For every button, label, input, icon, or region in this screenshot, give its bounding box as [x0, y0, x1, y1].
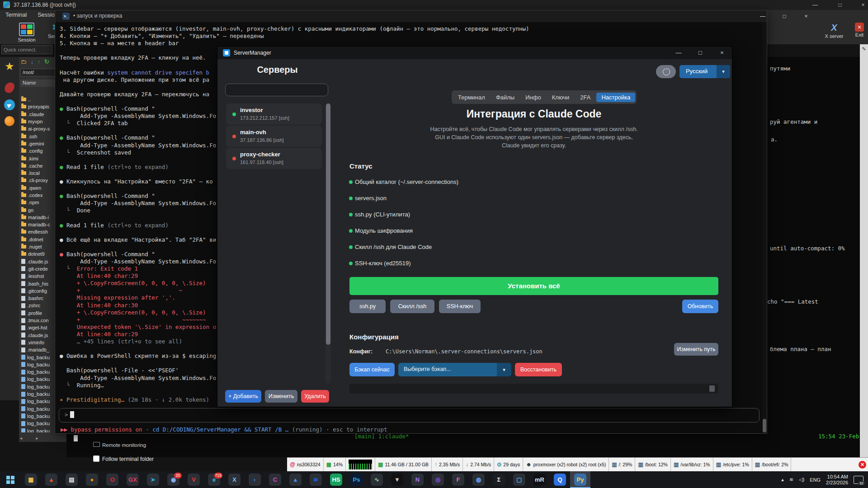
terminal-maximize-button[interactable]: □ [778, 12, 791, 21]
toolbar-session-button[interactable]: Session [14, 21, 40, 42]
menu-terminal[interactable]: Terminal [0, 10, 32, 18]
taskbar-python-servermanager[interactable]: Py [570, 471, 590, 488]
moba-maximize-button[interactable]: □ [834, 1, 846, 9]
toolbar-exit-button[interactable]: × Exit [846, 21, 868, 38]
terminal-minimize-button[interactable]: — [756, 12, 769, 21]
favorites-star-icon[interactable]: ★ [3, 61, 16, 73]
taskbar-figma[interactable]: F [448, 471, 468, 488]
moba-right-sidebar-handle[interactable]: ✎ [860, 44, 868, 457]
taskbar-opera-neon[interactable]: ◎ [428, 471, 448, 488]
background-terminal-fragment: a. [771, 136, 778, 143]
file-icon [21, 274, 25, 279]
tree-hscrollbar[interactable]: ◂ ▸ [20, 436, 65, 442]
add-server-button[interactable]: + Добавить [225, 390, 261, 403]
tray-chevron-icon[interactable]: ▴ [781, 477, 784, 483]
folder-up-icon[interactable]: 🗀 [21, 58, 27, 65]
toolbar-xserver-button[interactable]: X X server [821, 21, 847, 39]
taskbar-xshell[interactable]: X [224, 471, 245, 488]
language-dropdown[interactable]: Русский ▾ [679, 65, 730, 78]
upload-icon[interactable]: ↑ [38, 58, 41, 65]
taskbar-telegram[interactable]: ➤ [143, 471, 163, 488]
taskbar-system-monitor[interactable]: ∿ [367, 471, 387, 488]
taskbar-brave-browser[interactable]: ▲ [41, 471, 61, 488]
quick-connect-input[interactable] [1, 45, 52, 54]
terminal-titlebar[interactable]: >_ • запуск и проверка — □ × [55, 10, 767, 22]
online-status-dot [232, 113, 236, 116]
servermanager-titlebar[interactable]: ServerManager — □ × [217, 47, 732, 59]
moba-minimize-button[interactable]: — [809, 1, 821, 9]
backup-select-dropdown[interactable]: Выберите бэкап... ▾ [398, 363, 511, 376]
install-ssh--button[interactable]: SSH-ключ [439, 300, 481, 313]
server-search-input[interactable] [225, 84, 328, 96]
taskbar-photoshop[interactable]: Ps [346, 471, 367, 488]
tab-настройка[interactable]: Настройка [596, 93, 635, 102]
taskbar-anydesk[interactable]: ▢ [509, 471, 529, 488]
hscroll-thumb[interactable] [709, 385, 715, 392]
sidebar-scrollbar-thumb[interactable] [326, 103, 330, 345]
taskbar-notepad[interactable]: ▤ [61, 471, 82, 488]
taskbar-proton-shield[interactable]: ▼ [387, 471, 407, 488]
taskbar-clion[interactable]: C [265, 471, 285, 488]
claude-input-box[interactable]: > [59, 408, 760, 422]
change-path-button[interactable]: Изменить путь [674, 343, 718, 356]
red-tool-icon[interactable] [3, 81, 16, 94]
terminal-scrollbar[interactable] [762, 22, 767, 433]
monitor-close-button[interactable]: ✕ [859, 461, 866, 469]
sm-maximize-button[interactable]: □ [691, 47, 709, 58]
notifications-icon[interactable]: 32 [854, 476, 863, 484]
taskbar-opera-gx[interactable]: GX [123, 471, 143, 488]
terminal-tab-title[interactable]: • запуск и проверка [73, 13, 122, 19]
refresh-icon[interactable]: ↻ [44, 58, 49, 65]
taskbar-powershell[interactable]: Σ [489, 471, 509, 488]
tab-инфо[interactable]: Инфо [520, 93, 546, 102]
taskbar-thunderbird[interactable]: ◗ [245, 471, 265, 488]
taskbar-opera-browser[interactable]: O [102, 471, 123, 488]
remote-monitoring-toggle[interactable]: Remote monitoring [93, 442, 146, 448]
sm-close-button[interactable]: × [713, 47, 731, 58]
taskbar-chrome[interactable]: ◉20 [163, 471, 184, 488]
taskbar-docker[interactable]: ≋ [306, 471, 326, 488]
restore-button[interactable]: Восстановить [515, 363, 562, 376]
taskbar-firefox-browser[interactable]: ● [82, 471, 102, 488]
server-card-investor[interactable]: investor173.212.212.157 [ssh] [226, 103, 322, 125]
tab-2fa[interactable]: 2FA [575, 93, 595, 102]
power-button[interactable] [656, 65, 676, 78]
edit-server-button[interactable]: Изменить [265, 390, 297, 403]
status-item: ssh.py (CLI-утилита) [355, 211, 410, 218]
taskbar-file-explorer[interactable]: ▦ [21, 471, 41, 488]
server-card-main-ovh[interactable]: main-ovh37.187.136.86 [ssh] [226, 126, 322, 147]
server-card-proxy-checker[interactable]: proxy-checker161.97.118.40 [ssh] [226, 148, 322, 169]
backup-now-button[interactable]: Бэкап сейчас [349, 363, 395, 376]
taskbar-quick-utmo[interactable]: Q [550, 471, 570, 488]
install-all-button[interactable]: Установить всё [349, 277, 718, 295]
taskbar-clock[interactable]: 10:54 AM2/23/2026 [826, 474, 848, 486]
anydesk-icon: ▢ [513, 474, 525, 486]
telegram-icon[interactable]: ▶ [3, 99, 16, 111]
sm-minimize-button[interactable]: — [670, 47, 688, 58]
terminal-close-button[interactable]: × [799, 12, 813, 21]
moba-close-button[interactable]: × [857, 1, 868, 9]
tab-терминал[interactable]: Терминал [453, 93, 490, 102]
taskbar-nvidia-app[interactable]: N [407, 471, 428, 488]
taskbar-edge[interactable]: e715 [204, 471, 224, 488]
taskbar-mremoteng[interactable]: mR [529, 471, 550, 488]
install--ssh-button[interactable]: Скилл /ssh [390, 300, 434, 313]
install-ssh-py-button[interactable]: ssh.py [349, 300, 386, 313]
taskbar-hitmanpro[interactable]: HS [326, 471, 346, 488]
taskbar-loop[interactable]: ◍ [468, 471, 489, 488]
follow-terminal-folder-checkbox[interactable]: Follow terminal folder [93, 455, 154, 462]
wifi-icon[interactable]: ≋ [789, 477, 793, 483]
delete-server-button[interactable]: Удалить [301, 390, 329, 403]
tab-файлы[interactable]: Файлы [491, 93, 519, 102]
start-button[interactable] [0, 471, 21, 488]
refresh-button[interactable]: Обновить [682, 300, 718, 313]
browser-ball-icon[interactable] [3, 115, 16, 127]
tab-ключи[interactable]: Ключи [547, 93, 575, 102]
taskbar-vivaldi[interactable]: V [184, 471, 204, 488]
backup-select-value: Выберите бэкап... [404, 366, 451, 372]
download-icon[interactable]: ↓ [31, 58, 34, 65]
taskbar-photos[interactable]: ▲ [285, 471, 306, 488]
speaker-icon[interactable]: ◁) [799, 477, 804, 483]
keyboard-language[interactable]: ENG [810, 477, 821, 483]
terminal-scrollbar-thumb[interactable] [763, 419, 766, 432]
